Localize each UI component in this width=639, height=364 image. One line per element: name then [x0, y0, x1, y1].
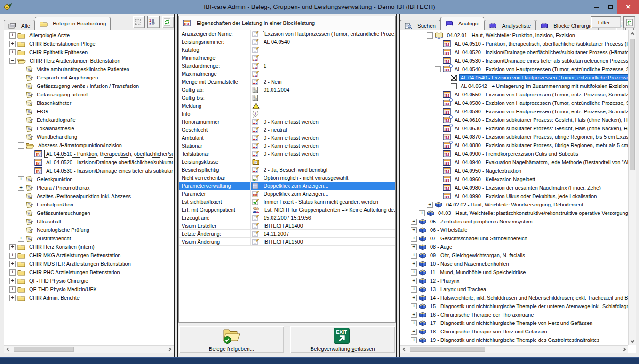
expand-icon[interactable]: +	[411, 286, 417, 293]
tree-item-label[interactable]: AL 04.0950 - Nagelextraktion	[453, 167, 523, 174]
tree-item[interactable]: IBIAL 04.0590 - Exzision von Hautprozess…	[401, 107, 628, 116]
collapse-icon[interactable]: −	[18, 142, 24, 149]
tree-item-label[interactable]: CHIR Herz Arztleistungen Bettenstation	[28, 57, 122, 64]
right-tree-vscrollbar[interactable]	[628, 30, 636, 345]
expand-icon[interactable]: +	[9, 295, 16, 301]
expand-icon[interactable]: +	[18, 176, 24, 182]
exit-management-button[interactable]: EXIT Belegverwaltung verlassen	[290, 326, 395, 353]
expand-icon[interactable]: +	[411, 227, 417, 233]
property-row[interactable]: Erzeugt am:15.02.2007 15:19:56	[179, 214, 395, 222]
expand-icon[interactable]: +	[9, 49, 16, 55]
tree-item-label[interactable]: AL 04.0510 - Punktion, therapeutisch, ob…	[45, 150, 173, 157]
tree-item-label[interactable]: 16 - Chirurgische Therapie der Thoraxorg…	[429, 311, 535, 318]
tree-item-label[interactable]: 09 - Ohr, Gleichgewichtsorgan, N. facial…	[429, 252, 527, 259]
collapse-icon[interactable]: −	[435, 66, 441, 72]
right-tree-hscrollbar[interactable]	[400, 345, 628, 353]
tree-item-label[interactable]: AL 04.0590 - Exzision von Hautprozessen …	[453, 108, 628, 115]
expand-icon[interactable]: +	[9, 286, 16, 293]
expand-icon[interactable]: +	[9, 41, 16, 47]
collapse-icon[interactable]: −	[427, 32, 433, 39]
tree-item-label[interactable]: AL 04.0880 - Exzision subkutaner Prozess…	[453, 142, 628, 149]
tree-item[interactable]: +CHIR Herz Konsilien (intern)	[5, 243, 173, 251]
expand-icon[interactable]: +	[9, 261, 16, 267]
tree-item[interactable]: AL 04.0542 - + Umlagerung im Zusammenhan…	[401, 82, 628, 90]
tree-item-label[interactable]: CHIR Herz Konsilien (intern)	[28, 244, 96, 250]
tree-item[interactable]: IBIAL 04.0900 - Fremdkörperexzision Cuti…	[401, 150, 628, 158]
tree-item-label[interactable]: CHIR Epithetik Epithesen	[28, 49, 89, 55]
tree-item[interactable]: IBIAL 04.0870 - Exzision subkutaner Proz…	[401, 133, 628, 141]
property-row[interactable]: Minimalmenge121	[179, 54, 395, 62]
property-value[interactable]: 2 - Ja, Besuch wird benötigt	[264, 167, 327, 173]
property-value[interactable]: 01.01.2004	[264, 87, 289, 93]
expand-icon[interactable]: +	[411, 303, 417, 309]
hscroll-thumb[interactable]	[14, 347, 74, 352]
sort-numeric-button[interactable]: 19	[147, 16, 160, 28]
tree-item[interactable]: +Austrittsbericht	[5, 234, 173, 243]
tree-item[interactable]: IBIAL 04.0550 - Exzision von Hautprozess…	[401, 90, 628, 99]
property-value[interactable]: Doppelklick zum Anzeigen...	[264, 191, 328, 197]
tree-item-label[interactable]: CHIR Admin. Berichte	[28, 294, 81, 301]
tree-item[interactable]: +06 - Wirbelsäule	[401, 226, 628, 234]
property-row[interactable]: Maximalmenge121	[179, 70, 395, 78]
tree-item[interactable]: +11 - Mund, Mundhöhle und Speicheldrüse	[401, 268, 628, 277]
expand-icon[interactable]: +	[18, 236, 24, 242]
tree-item[interactable]: +QF-THD Physio Chirurgie	[5, 277, 173, 285]
tree-item[interactable]: Lumbalpunktion	[5, 200, 173, 209]
property-value[interactable]: 2 - neutral	[264, 127, 287, 133]
property-row[interactable]: Anzuzeigender Name:Exzision von Hautproz…	[179, 30, 395, 38]
tree-item-label[interactable]: EKG	[35, 108, 49, 115]
property-row[interactable]: Letzte Änderung:14.11.2007	[179, 230, 395, 238]
tree-item[interactable]: +19 - Diagnostik und nichtchirurgische T…	[401, 336, 628, 344]
tree-item[interactable]: Gefässzugang venös / Infusion / Transfus…	[5, 82, 173, 90]
tree-item[interactable]: IBIAL 04.0960 - Keilexzsion Nagelbett	[401, 175, 628, 183]
tree-item[interactable]: IBIAL 04.0940 - Evakuation Nagelhämatom,…	[401, 158, 628, 166]
tree-item[interactable]: IBIAL 04.0610 - Exzision subkutaner Proz…	[401, 116, 628, 124]
tree-item[interactable]: +CHIR Bettenstationen Pflege	[5, 40, 173, 48]
tree-item-label[interactable]: Neurologische Prüfung	[35, 227, 91, 233]
scroll-left-icon[interactable]	[400, 346, 408, 353]
tree-item[interactable]: +09 - Ohr, Gleichgewichtsorgan, N. facia…	[401, 251, 628, 260]
tree-item[interactable]: IBIAL 04.0980 - Exzision der gesamten Na…	[401, 183, 628, 192]
tree-item-label[interactable]: 15 - Diagnostik und nichtchirurgische Th…	[429, 303, 628, 309]
tree-item[interactable]: Echokardiografie	[5, 116, 173, 124]
tree-item[interactable]: +04.03 - Haut, Weichteile: plastischkons…	[401, 209, 628, 217]
tree-item-label[interactable]: 14 - Halsweichteile, inkl. Schilddrüsen …	[429, 294, 628, 301]
tree-item[interactable]: Aszites-/Peritonealpunktion inkl. Abszes…	[5, 192, 173, 200]
filter-button[interactable]: Filter...	[591, 16, 621, 28]
expand-icon[interactable]: +	[9, 32, 16, 39]
tree-item[interactable]: IBIAL 04.0530 - Inzision/Drainage eines …	[5, 166, 173, 175]
expand-icon[interactable]: +	[411, 329, 417, 335]
tree-item-label[interactable]: 19 - Diagnostik und nichtchirurgische Th…	[429, 337, 601, 343]
property-row[interactable]: Katalog	[179, 46, 395, 54]
tree-item[interactable]: IBIAL 04.0630 - Exzision subkutaner Proz…	[401, 124, 628, 133]
tree-item[interactable]: +QF-THD Physio Medizin/UFK	[5, 285, 173, 293]
tree-item-label[interactable]: Gefässzugang venös / Infusion / Transfus…	[35, 83, 140, 89]
tree-item-label[interactable]: 12 - Pharynx	[429, 277, 461, 284]
tree-item[interactable]: +Pleura / Pneumothorax	[5, 183, 173, 192]
expand-icon[interactable]: +	[411, 295, 417, 301]
tree-item[interactable]: AL 04.0540 - Exzision von Hautprozessen …	[401, 73, 628, 82]
property-value[interactable]: 15.02.2007 15:19:56	[264, 215, 311, 221]
expand-icon[interactable]: +	[18, 185, 24, 191]
scroll-left-icon[interactable]	[4, 346, 12, 353]
tree-item-label[interactable]: AL 04.0870 - Exzision subkutaner Prozess…	[453, 134, 628, 140]
tree-item[interactable]: −Abszess-/Hämatompunktion/Inzision	[5, 141, 173, 150]
tree-item-label[interactable]: Gespräch mit Angehörigen	[35, 74, 99, 81]
property-row[interactable]: Visum ErstellerIBITECH AL1400	[179, 222, 395, 230]
tree-item-label[interactable]: Gefässzugang arteriell	[35, 91, 90, 98]
tree-item-label[interactable]: 05 - Zentrales und peripheres Nervensyst…	[429, 218, 534, 225]
tab-belege-in-bearbeitung[interactable]: Belege in Bearbeitung	[35, 17, 111, 30]
vscroll-thumb[interactable]	[630, 39, 635, 170]
expand-icon[interactable]: +	[411, 269, 417, 276]
refresh-button[interactable]	[162, 16, 174, 28]
tree-item[interactable]: IBIAL 04.0530 - Inzision/Drainage eines …	[401, 56, 628, 65]
property-value[interactable]: 0 - Kann erfasst werden	[264, 119, 319, 125]
tree-item-label[interactable]: Gefässuntersuchungen	[35, 210, 92, 216]
expand-icon[interactable]: +	[9, 269, 16, 276]
tree-item-label[interactable]: Lumbalpunktion	[35, 201, 75, 208]
tree-item-label[interactable]: CHIR PHC Arztleistungen Bettenstation	[28, 269, 121, 276]
tree-item[interactable]: +CHIR PHC Arztleistungen Bettenstation	[5, 268, 173, 277]
tree-item[interactable]: Gespräch mit Angehörigen	[5, 73, 173, 82]
property-row[interactable]: Teilstationär++0 - Kann erfasst werden	[179, 150, 395, 158]
expand-icon[interactable]: +	[411, 337, 417, 343]
